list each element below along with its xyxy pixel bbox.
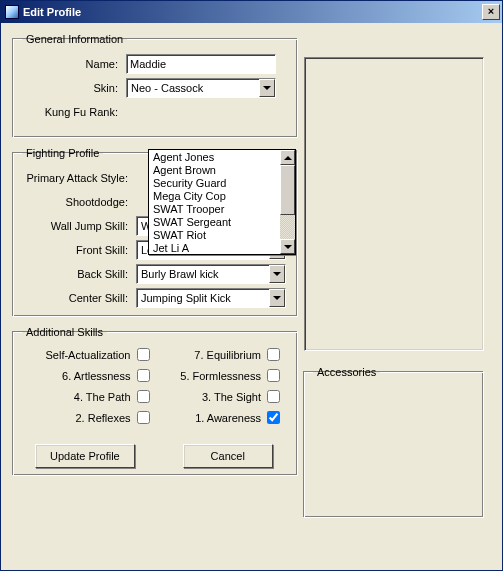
center-label: Center Skill: [22, 292, 132, 304]
cancel-button[interactable]: Cancel [183, 444, 273, 468]
chevron-down-icon[interactable] [269, 265, 285, 283]
scroll-up-icon[interactable] [280, 150, 295, 165]
scroll-thumb[interactable] [280, 165, 295, 215]
chevron-down-icon[interactable] [269, 289, 285, 307]
walljump-label: Wall Jump Skill: [22, 220, 132, 232]
accessories-group: Accessories [304, 366, 484, 518]
skill-label: Self-Actualization [28, 349, 131, 361]
chevron-down-icon[interactable] [259, 79, 275, 97]
app-icon [5, 5, 19, 19]
skin-option[interactable]: SWAT Riot [149, 228, 280, 241]
skill-checkbox[interactable] [267, 411, 280, 424]
skill-label: 3. The Sight [159, 391, 262, 403]
skin-option[interactable]: SWAT Trooper [149, 202, 280, 215]
name-input[interactable] [126, 54, 276, 74]
window-title: Edit Profile [23, 6, 482, 18]
button-row: Update Profile Cancel [35, 444, 273, 468]
fighting-legend: Fighting Profile [22, 147, 103, 159]
client-area: General Information Name: Skin: Neo - Ca… [1, 23, 502, 488]
titlebar: Edit Profile × [1, 1, 502, 23]
skin-dropdown-list[interactable]: Agent JonesAgent BrownSecurity GuardMega… [148, 149, 296, 255]
accessories-legend: Accessories [313, 366, 380, 378]
skill-checkbox[interactable] [267, 369, 280, 382]
skill-checkbox[interactable] [137, 411, 150, 424]
scroll-down-icon[interactable] [280, 239, 295, 254]
update-profile-button[interactable]: Update Profile [35, 444, 135, 468]
skill-label: 5. Formlessness [159, 370, 262, 382]
primary-attack-label: Primary Attack Style: [22, 172, 132, 184]
close-icon[interactable]: × [482, 4, 500, 20]
skin-option[interactable]: Agent Brown [149, 163, 280, 176]
center-value: Jumping Split Kick [141, 292, 231, 304]
skill-checkbox[interactable] [267, 348, 280, 361]
skin-option[interactable]: Security Guard [149, 176, 280, 189]
skin-combobox[interactable]: Neo - Cassock [126, 78, 276, 98]
skills-legend: Additional Skills [22, 326, 107, 338]
front-label: Front Skill: [22, 244, 132, 256]
skill-label: 6. Artlessness [28, 370, 131, 382]
general-legend: General Information [22, 33, 127, 45]
skill-label: 2. Reflexes [28, 412, 131, 424]
back-value: Burly Brawl kick [141, 268, 219, 280]
skill-label: 1. Awareness [159, 412, 262, 424]
back-label: Back Skill: [22, 268, 132, 280]
center-combobox[interactable]: Jumping Split Kick [136, 288, 286, 308]
skin-value: Neo - Cassock [131, 82, 203, 94]
skin-option[interactable]: Mega City Cop [149, 189, 280, 202]
preview-panel [304, 57, 484, 351]
skill-checkbox[interactable] [137, 369, 150, 382]
skill-checkbox[interactable] [137, 348, 150, 361]
name-label: Name: [22, 58, 122, 70]
back-combobox[interactable]: Burly Brawl kick [136, 264, 286, 284]
skill-label: 4. The Path [28, 391, 131, 403]
edit-profile-window: Edit Profile × General Information Name:… [0, 0, 503, 571]
skin-option[interactable]: SWAT Sergeant [149, 215, 280, 228]
shootdodge-label: Shootdodge: [22, 196, 132, 208]
skin-option[interactable]: Jet Li A [149, 241, 280, 254]
skin-option[interactable]: Agent Jones [149, 150, 280, 163]
scrollbar[interactable] [280, 150, 295, 254]
general-information-group: General Information Name: Skin: Neo - Ca… [13, 33, 298, 138]
skill-checkbox[interactable] [267, 390, 280, 403]
skill-label: 7. Equilibrium [159, 349, 262, 361]
scroll-track[interactable] [280, 165, 295, 239]
skin-label: Skin: [22, 82, 122, 94]
skill-checkbox[interactable] [137, 390, 150, 403]
rank-label: Kung Fu Rank: [22, 106, 122, 118]
